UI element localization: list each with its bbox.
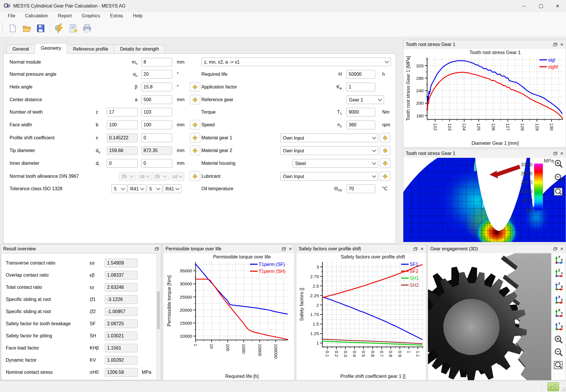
torque-chart-panel: Permissible torque over life × 110100100… <box>163 244 295 380</box>
close-panel-icon[interactable]: × <box>560 246 563 252</box>
form-row: LubricantOwn Input <box>4 172 396 181</box>
svg-text:Permissible torque over life: Permissible torque over life <box>213 254 271 259</box>
close-panel-icon[interactable]: × <box>420 246 424 252</box>
run-calculation-button[interactable] <box>52 21 66 35</box>
generate-report-button[interactable] <box>66 21 80 35</box>
field-symbol: T1 <box>314 108 342 118</box>
menu-file[interactable]: File <box>3 13 20 19</box>
result-label: Face load factor <box>6 344 39 352</box>
zoom-out-icon[interactable] <box>554 173 563 183</box>
input-normal-module[interactable]: 8 <box>141 58 172 66</box>
zoom-in-icon[interactable] <box>554 159 563 169</box>
select-material-gear-2-button[interactable] <box>380 146 390 155</box>
fem-stress-panel: Tooth root stress Gear 1 × <box>403 149 566 242</box>
combo-reference-gear[interactable]: Gear 1 <box>346 95 384 104</box>
tab-details-for-strength[interactable]: Details for strength <box>114 45 165 54</box>
print-button[interactable] <box>80 21 94 35</box>
toolbar-drag-handle[interactable] <box>2 23 3 34</box>
svg-text:1.75: 1.75 <box>310 312 319 317</box>
view-yz-icon[interactable]: YZ <box>553 255 564 265</box>
input-oil-temperature[interactable]: 70 <box>346 184 375 193</box>
view-zy-icon[interactable]: ZY <box>553 268 564 279</box>
result-label: Transverse contact ratio <box>6 259 55 267</box>
minimize-button[interactable] <box>516 0 532 12</box>
input-required-life[interactable]: 50000 <box>346 70 375 79</box>
svg-text:124: 124 <box>462 123 467 131</box>
result-safety-factor-for-pitting-sh[interactable]: 1.03021 <box>105 332 138 340</box>
zoom-fit-icon[interactable] <box>553 360 564 370</box>
menu-extras[interactable]: Extras <box>105 13 128 19</box>
tab-general[interactable]: General <box>6 45 35 54</box>
result-symbol: εβ <box>90 271 94 280</box>
fem-stress-image: MPa 335.0 268.0 201.0 134.0 67.0 0.8 <box>403 158 566 242</box>
save-file-button[interactable] <box>34 21 47 35</box>
view-yx-icon[interactable]: YX <box>553 321 564 332</box>
menu-graphics[interactable]: Graphics <box>77 13 105 19</box>
view-xy-icon[interactable]: XY <box>553 308 564 319</box>
svg-text:1.5: 1.5 <box>313 321 319 326</box>
svg-text:35000: 35000 <box>180 268 192 273</box>
result-nominal-contact-stress-h0[interactable]: 1206.58 <box>105 368 138 377</box>
result-overlap-contact-ratio-[interactable]: 1.08337 <box>105 271 138 280</box>
input-torque[interactable]: 9000 <box>346 108 375 117</box>
svg-text:10: 10 <box>209 344 214 349</box>
field-label: Torque <box>201 108 216 117</box>
close-panel-icon[interactable]: × <box>289 246 292 252</box>
float-panel-icon[interactable] <box>414 247 418 251</box>
open-file-button[interactable] <box>20 21 34 35</box>
statusbar-separator <box>542 383 542 390</box>
resize-grip[interactable] <box>561 387 565 391</box>
input-application-factor[interactable]: 1 <box>346 83 375 91</box>
result-specific-sliding-at-root-f2[interactable]: -1.00957 <box>105 307 138 316</box>
chevron-down-icon <box>372 174 376 178</box>
menu-help[interactable]: Help <box>128 13 147 19</box>
svg-text:200: 200 <box>416 101 424 106</box>
plus-icon <box>383 148 388 153</box>
select-material-housing-button[interactable] <box>380 158 390 168</box>
close-button[interactable]: × <box>549 0 566 12</box>
close-panel-icon[interactable]: × <box>560 151 563 156</box>
zoom-out-icon[interactable] <box>554 347 563 357</box>
svg-text:Z: Z <box>561 298 563 302</box>
unit-label: MPa <box>142 368 151 377</box>
result-specific-sliding-at-root-f1[interactable]: -3.1226 <box>105 295 138 304</box>
zoom-fit-icon[interactable] <box>553 187 564 197</box>
float-panel-icon[interactable] <box>553 247 557 251</box>
result-face-load-factor-kh[interactable]: 1.1561 <box>105 344 138 352</box>
tab-geometry[interactable]: Geometry <box>35 43 67 54</box>
combo-material-gear-1[interactable]: Own Input <box>280 134 378 142</box>
float-panel-icon[interactable] <box>553 152 557 155</box>
result-total-contact-ratio-[interactable]: 2.63246 <box>105 283 138 292</box>
svg-text:SH1: SH1 <box>410 276 419 281</box>
svg-text:123: 123 <box>447 123 452 131</box>
combo-material-housing[interactable]: Steel <box>293 159 378 168</box>
combo-lubricant[interactable]: Own Input <box>280 172 378 181</box>
menu-calculation[interactable]: Calculation <box>20 13 53 19</box>
gear-engagement-3d-view[interactable] <box>428 253 551 380</box>
toolbar-separator <box>50 23 50 34</box>
select-material-gear-1-button[interactable] <box>380 133 390 143</box>
maximize-button[interactable] <box>532 0 549 12</box>
select-lubricant-button[interactable] <box>380 171 390 181</box>
float-panel-icon[interactable] <box>282 247 286 251</box>
close-panel-icon[interactable]: × <box>560 42 563 47</box>
view-zx-icon[interactable]: ZX <box>553 282 564 292</box>
result-label: Overlap contact ratio <box>6 271 49 280</box>
tab-reference-profile[interactable]: Reference profile <box>67 45 114 54</box>
zoom-in-icon[interactable] <box>554 335 563 345</box>
result-transverse-contact-ratio-[interactable]: 1.54909 <box>105 259 138 267</box>
input-speed[interactable]: 360 <box>346 121 375 129</box>
menu-report[interactable]: Report <box>53 13 77 19</box>
view-xz-icon[interactable]: XZ <box>553 295 564 305</box>
combo-material-gear-2[interactable]: Own Input <box>280 146 378 155</box>
svg-text:Tooth root stress Gear 1 [MPa]: Tooth root stress Gear 1 [MPa] <box>405 56 411 121</box>
workspace: GeneralGeometryReference profileDetails … <box>0 37 566 381</box>
new-file-button[interactable] <box>6 21 20 35</box>
float-panel-icon[interactable] <box>155 247 159 251</box>
calculation-ok-button[interactable] <box>547 382 559 391</box>
result-dynamic-factor-kv[interactable]: 1.00292 <box>105 356 138 365</box>
svg-text:128: 128 <box>520 123 525 131</box>
float-panel-icon[interactable] <box>553 43 557 46</box>
safety-factors-chart: 0.10.20.30.40.50.60.70.80.911.111.251.51… <box>296 253 426 380</box>
result-safety-factor-for-tooth-breakage-sf[interactable]: 2.08725 <box>105 319 138 328</box>
